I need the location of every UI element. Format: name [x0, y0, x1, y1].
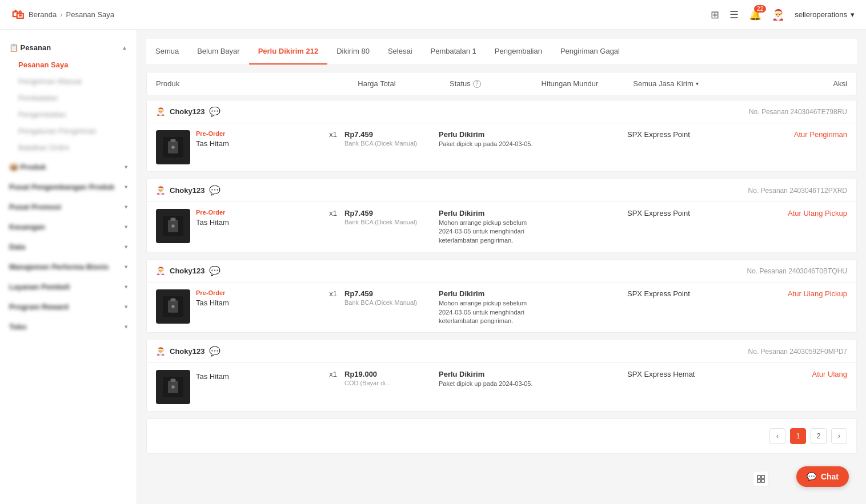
sidebar-section-pusat-promosi-header[interactable]: Pusat Promosi ▾	[0, 198, 137, 216]
action-link-2[interactable]: Atur Ulang Pickup	[788, 289, 847, 298]
sidebar-section-data-header[interactable]: Data ▾	[0, 238, 137, 256]
sort-arrow-icon: ▾	[696, 80, 699, 87]
chat-icon-2[interactable]: 💬	[209, 265, 220, 276]
sidebar-section-layanan-label: Layanan Pembeli	[9, 283, 70, 291]
tab-perlu-dikirim[interactable]: Perlu Dikirim 212	[249, 39, 328, 64]
chat-icon-1[interactable]: 💬	[209, 185, 220, 196]
bookmark-icon[interactable]: ☰	[729, 9, 739, 21]
sidebar-section-program-reward-header[interactable]: Program Reward ▾	[0, 298, 137, 316]
sidebar-item-batalkan-ordini[interactable]: Batalkan Ordini	[0, 139, 137, 156]
user-avatar-icon-2: 🎅	[156, 267, 165, 275]
chevron-icon-3: ▾	[125, 224, 127, 230]
tab-dikirim[interactable]: Dikirim 80	[327, 39, 379, 64]
price-block-3: Rp19.000 COD (Bayar di...	[344, 370, 439, 386]
user-name-1: Choky123	[170, 186, 205, 195]
svg-rect-17	[761, 475, 764, 478]
sidebar-item-pesanan-saya[interactable]: Pesanan Saya	[0, 57, 137, 73]
chevron-icon: ▾	[125, 184, 127, 190]
pagination-next[interactable]: ›	[831, 428, 847, 444]
product-info-1: Pre-Order Tas Hitam	[190, 209, 322, 227]
chevron-icon-4: ▾	[125, 244, 127, 250]
sidebar-section-keuangan-label: Keuangan	[9, 223, 45, 231]
status-desc-0: Paket dipick up pada 2024-03-05.	[439, 140, 533, 148]
sidebar-section-toko-header[interactable]: Toko ▾	[0, 318, 137, 336]
svg-point-3	[171, 146, 174, 148]
chat-float-button[interactable]: 💬 Chat	[796, 466, 849, 487]
layout: 📋 Pesanan ▲ Pesanan Saya Pengiriman Mass…	[0, 30, 866, 504]
col-header-price: Harga Total	[358, 79, 450, 88]
chevron-down-icon: ▾	[125, 164, 127, 170]
sidebar-section-layanan: Layanan Pembeli ▾	[0, 278, 137, 296]
product-name-0: Tas Hitam	[196, 139, 322, 148]
shipping-block-0: SPX Express Point	[627, 130, 753, 139]
svg-rect-6	[171, 218, 176, 221]
order-user-0: 🎅 Choky123 💬	[156, 106, 220, 117]
chat-icon-0[interactable]: 💬	[209, 106, 220, 117]
col-header-shipping[interactable]: Semua Jasa Kirim ▾	[633, 79, 755, 88]
sidebar-section-manajemen-header[interactable]: Manajemen Performa Bisnis ▾	[0, 258, 137, 276]
apps-icon[interactable]: ⊞	[711, 9, 719, 21]
pagination-prev[interactable]: ‹	[769, 428, 785, 444]
user-avatar-icon-1: 🎅	[156, 186, 165, 195]
status-label: Status	[450, 79, 471, 88]
sidebar-section-program-reward: Program Reward ▾	[0, 298, 137, 316]
order-number-0: No. Pesanan 2403046TE798RU	[749, 108, 847, 116]
breadcrumb-home[interactable]: Beranda	[29, 10, 57, 19]
product-name-3: Tas Hitam	[196, 372, 322, 381]
sidebar-section-pusat-pengembangan-header[interactable]: Pusat Pengembangan Produk ▾	[0, 178, 137, 196]
order-card-0: 🎅 Choky123 💬 No. Pesanan 2403046TE798RU	[146, 100, 857, 172]
notification-badge: 22	[754, 5, 766, 13]
order-card-3: 🎅 Choky123 💬 No. Pesanan 24030592F0MPD7	[146, 340, 857, 412]
price-amount-1: Rp7.459	[344, 209, 439, 217]
status-desc-2: Mohon arrange pickup sebelum 2024-03-05 …	[439, 299, 533, 325]
tab-pembatalan[interactable]: Pembatalan 1	[422, 39, 486, 64]
tab-selesai[interactable]: Selesai	[379, 39, 422, 64]
status-block-0: Perlu Dikirim Paket dipick up pada 2024-…	[439, 130, 533, 148]
action-link-0[interactable]: Atur Pengiriman	[794, 130, 847, 139]
chat-icon-3[interactable]: 💬	[209, 346, 220, 357]
notification-icon[interactable]: 🔔 22	[749, 9, 761, 21]
table-header: Produk Harga Total Status ? Hitungan Mun…	[146, 72, 857, 95]
pagination-page-2[interactable]: 2	[811, 428, 827, 444]
action-block-2: Atur Ulang Pickup	[753, 289, 847, 298]
chevron-icon-2: ▾	[125, 204, 127, 210]
sidebar-section-layanan-header[interactable]: Layanan Pembeli ▾	[0, 278, 137, 296]
sidebar-section-keuangan: Keuangan ▾	[0, 218, 137, 236]
col-header-action: Aksi	[755, 79, 847, 88]
chat-expand-button[interactable]	[753, 471, 769, 487]
status-block-2: Perlu Dikirim Mohon arrange pickup sebel…	[439, 289, 533, 325]
pagination-page-1[interactable]: 1	[790, 428, 806, 444]
order-number-1: No. Pesanan 2403046T12PXRD	[748, 187, 847, 195]
sidebar-section-keuangan-header[interactable]: Keuangan ▾	[0, 218, 137, 236]
username: selleroperations	[795, 10, 847, 19]
sidebar-item-pengembalian[interactable]: Pengembalian	[0, 106, 137, 123]
sidebar-section-pesanan-header[interactable]: 📋 Pesanan ▲	[0, 39, 137, 57]
tab-pengiriman-gagal[interactable]: Pengiriman Gagal	[551, 39, 629, 64]
sidebar-item-pengiriman-massal[interactable]: Pengiriman Massal	[0, 73, 137, 90]
svg-rect-16	[757, 475, 760, 478]
svg-rect-2	[171, 139, 176, 142]
pre-order-badge-0: Pre-Order	[196, 130, 322, 137]
user-menu[interactable]: selleroperations ▾	[795, 10, 855, 19]
status-info-icon[interactable]: ?	[473, 80, 481, 88]
shipping-block-1: SPX Express Point	[627, 209, 753, 217]
sidebar-section-toko-label: Toko	[9, 322, 26, 331]
pre-order-badge-2: Pre-Order	[196, 289, 322, 296]
tab-belum-bayar[interactable]: Belum Bayar	[188, 39, 248, 64]
price-method-2: Bank BCA (Dicek Manual)	[344, 299, 439, 306]
tab-pengembalian[interactable]: Pengembalian	[486, 39, 551, 64]
product-name-2: Tas Hitam	[196, 299, 322, 307]
product-image-2	[156, 289, 190, 324]
sidebar-item-pembatalan[interactable]: Pembatalan	[0, 90, 137, 106]
qty-0: x1	[322, 130, 344, 139]
action-link-3[interactable]: Atur Ulang	[812, 370, 847, 378]
action-link-1[interactable]: Atur Ulang Pickup	[788, 209, 847, 217]
sidebar-item-pengaturan-pengiriman[interactable]: Pengaturan Pengiriman	[0, 123, 137, 139]
shipping-sort-control[interactable]: Semua Jasa Kirim ▾	[633, 79, 755, 88]
status-label-2: Perlu Dikirim	[439, 289, 533, 298]
tab-semua[interactable]: Semua	[146, 39, 188, 64]
sidebar-section-produk-header[interactable]: 📦 Produk ▾	[0, 158, 137, 176]
order-card-header-3: 🎅 Choky123 💬 No. Pesanan 24030592F0MPD7	[147, 340, 856, 363]
sidebar-section-pusat-promosi-label: Pusat Promosi	[9, 203, 61, 211]
order-number-2: No. Pesanan 2403046T0BTQHU	[747, 267, 847, 275]
